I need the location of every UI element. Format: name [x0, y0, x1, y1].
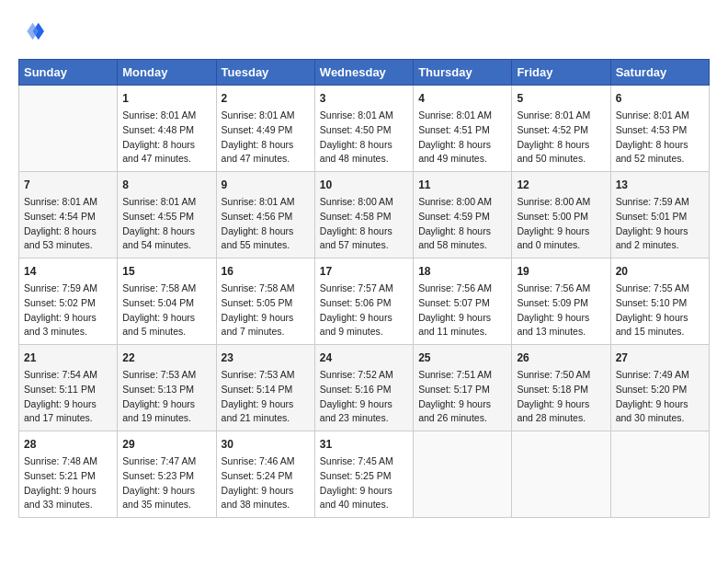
day-info: Sunrise: 8:00 AMSunset: 4:58 PMDaylight:… — [320, 195, 408, 253]
day-header-monday: Monday — [118, 60, 216, 86]
calendar-cell: 6Sunrise: 8:01 AMSunset: 4:53 PMDaylight… — [610, 86, 709, 172]
day-number: 7 — [24, 177, 112, 193]
day-info: Sunrise: 7:57 AMSunset: 5:06 PMDaylight:… — [320, 282, 408, 339]
day-number: 24 — [320, 350, 408, 366]
calendar-cell: 27Sunrise: 7:49 AMSunset: 5:20 PMDayligh… — [610, 345, 709, 431]
calendar-cell: 19Sunrise: 7:56 AMSunset: 5:09 PMDayligh… — [512, 259, 610, 345]
day-info: Sunrise: 7:55 AMSunset: 5:10 PMDaylight:… — [616, 282, 704, 339]
day-info: Sunrise: 8:01 AMSunset: 4:51 PMDaylight:… — [418, 109, 506, 167]
calendar-cell: 15Sunrise: 7:58 AMSunset: 5:04 PMDayligh… — [118, 259, 216, 345]
day-number: 15 — [122, 263, 210, 280]
day-info: Sunrise: 7:58 AMSunset: 5:04 PMDaylight:… — [122, 282, 210, 339]
day-number: 6 — [616, 90, 704, 107]
day-info: Sunrise: 7:56 AMSunset: 5:09 PMDaylight:… — [517, 282, 605, 339]
day-number: 18 — [418, 263, 506, 280]
svg-marker-1 — [27, 23, 38, 40]
calendar-cell: 7Sunrise: 8:01 AMSunset: 4:54 PMDaylight… — [19, 172, 118, 259]
day-number: 14 — [24, 263, 112, 280]
day-info: Sunrise: 7:46 AMSunset: 5:24 PMDaylight:… — [222, 454, 310, 512]
calendar-cell: 31Sunrise: 7:45 AMSunset: 5:25 PMDayligh… — [314, 431, 413, 518]
day-info: Sunrise: 8:01 AMSunset: 4:53 PMDaylight:… — [616, 109, 704, 167]
day-info: Sunrise: 7:59 AMSunset: 5:02 PMDaylight:… — [24, 282, 112, 339]
calendar-cell: 26Sunrise: 7:50 AMSunset: 5:18 PMDayligh… — [512, 345, 610, 431]
calendar-cell — [414, 431, 512, 518]
day-info: Sunrise: 8:01 AMSunset: 4:49 PMDaylight:… — [222, 109, 310, 167]
day-number: 10 — [320, 177, 408, 193]
logo — [18, 18, 48, 44]
calendar-cell — [512, 431, 610, 518]
day-number: 20 — [616, 263, 704, 280]
day-info: Sunrise: 7:45 AMSunset: 5:25 PMDaylight:… — [320, 454, 408, 512]
day-header-wednesday: Wednesday — [314, 60, 413, 86]
day-info: Sunrise: 7:56 AMSunset: 5:07 PMDaylight:… — [418, 282, 506, 339]
day-info: Sunrise: 8:01 AMSunset: 4:56 PMDaylight:… — [222, 195, 310, 253]
day-info: Sunrise: 8:01 AMSunset: 4:50 PMDaylight:… — [320, 109, 408, 167]
calendar-cell: 29Sunrise: 7:47 AMSunset: 5:23 PMDayligh… — [118, 431, 216, 518]
day-number: 21 — [24, 350, 112, 366]
day-number: 5 — [517, 90, 605, 107]
day-header-saturday: Saturday — [610, 60, 709, 86]
calendar-week-5: 28Sunrise: 7:48 AMSunset: 5:21 PMDayligh… — [19, 431, 710, 518]
calendar-cell: 24Sunrise: 7:52 AMSunset: 5:16 PMDayligh… — [314, 345, 413, 431]
day-info: Sunrise: 8:01 AMSunset: 4:52 PMDaylight:… — [517, 109, 605, 167]
day-info: Sunrise: 8:01 AMSunset: 4:48 PMDaylight:… — [122, 109, 210, 167]
day-header-tuesday: Tuesday — [216, 60, 314, 86]
day-number: 27 — [616, 350, 704, 366]
day-number: 11 — [418, 177, 506, 193]
calendar-header-row: SundayMondayTuesdayWednesdayThursdayFrid… — [19, 60, 710, 86]
calendar-cell: 22Sunrise: 7:53 AMSunset: 5:13 PMDayligh… — [118, 345, 216, 431]
day-info: Sunrise: 7:47 AMSunset: 5:23 PMDaylight:… — [122, 454, 210, 512]
calendar-week-4: 21Sunrise: 7:54 AMSunset: 5:11 PMDayligh… — [19, 345, 710, 431]
calendar-cell — [19, 86, 118, 172]
calendar-cell: 20Sunrise: 7:55 AMSunset: 5:10 PMDayligh… — [610, 259, 709, 345]
day-number: 29 — [122, 436, 210, 453]
day-number: 25 — [418, 350, 506, 366]
calendar-cell: 4Sunrise: 8:01 AMSunset: 4:51 PMDaylight… — [414, 86, 512, 172]
calendar-table: SundayMondayTuesdayWednesdayThursdayFrid… — [18, 59, 710, 518]
calendar-cell: 30Sunrise: 7:46 AMSunset: 5:24 PMDayligh… — [216, 431, 314, 518]
day-number: 23 — [222, 350, 310, 366]
page-header — [18, 18, 710, 44]
day-info: Sunrise: 8:01 AMSunset: 4:55 PMDaylight:… — [122, 195, 210, 253]
calendar-cell: 21Sunrise: 7:54 AMSunset: 5:11 PMDayligh… — [19, 345, 118, 431]
day-number: 17 — [320, 263, 408, 280]
day-number: 31 — [320, 436, 408, 453]
calendar-week-2: 7Sunrise: 8:01 AMSunset: 4:54 PMDaylight… — [19, 172, 710, 259]
day-number: 2 — [222, 90, 310, 107]
day-info: Sunrise: 7:58 AMSunset: 5:05 PMDaylight:… — [222, 282, 310, 339]
day-info: Sunrise: 7:52 AMSunset: 5:16 PMDaylight:… — [320, 368, 408, 426]
day-number: 22 — [122, 350, 210, 366]
calendar-cell: 3Sunrise: 8:01 AMSunset: 4:50 PMDaylight… — [314, 86, 413, 172]
calendar-cell: 18Sunrise: 7:56 AMSunset: 5:07 PMDayligh… — [414, 259, 512, 345]
calendar-cell: 11Sunrise: 8:00 AMSunset: 4:59 PMDayligh… — [414, 172, 512, 259]
day-info: Sunrise: 7:54 AMSunset: 5:11 PMDaylight:… — [24, 368, 112, 426]
calendar-cell — [610, 431, 709, 518]
day-info: Sunrise: 8:01 AMSunset: 4:54 PMDaylight:… — [24, 195, 112, 253]
calendar-cell: 28Sunrise: 7:48 AMSunset: 5:21 PMDayligh… — [19, 431, 118, 518]
day-number: 19 — [517, 263, 605, 280]
day-info: Sunrise: 7:53 AMSunset: 5:14 PMDaylight:… — [222, 368, 310, 426]
day-number: 8 — [122, 177, 210, 193]
day-number: 13 — [616, 177, 704, 193]
calendar-cell: 17Sunrise: 7:57 AMSunset: 5:06 PMDayligh… — [314, 259, 413, 345]
calendar-cell: 23Sunrise: 7:53 AMSunset: 5:14 PMDayligh… — [216, 345, 314, 431]
calendar-cell: 13Sunrise: 7:59 AMSunset: 5:01 PMDayligh… — [610, 172, 709, 259]
day-info: Sunrise: 7:49 AMSunset: 5:20 PMDaylight:… — [616, 368, 704, 426]
day-info: Sunrise: 8:00 AMSunset: 4:59 PMDaylight:… — [418, 195, 506, 253]
day-info: Sunrise: 7:50 AMSunset: 5:18 PMDaylight:… — [517, 368, 605, 426]
day-number: 4 — [418, 90, 506, 107]
calendar-week-1: 1Sunrise: 8:01 AMSunset: 4:48 PMDaylight… — [19, 86, 710, 172]
day-number: 28 — [24, 436, 112, 453]
calendar-cell: 2Sunrise: 8:01 AMSunset: 4:49 PMDaylight… — [216, 86, 314, 172]
logo-icon — [18, 18, 44, 44]
calendar-cell: 9Sunrise: 8:01 AMSunset: 4:56 PMDaylight… — [216, 172, 314, 259]
day-number: 9 — [222, 177, 310, 193]
day-info: Sunrise: 7:51 AMSunset: 5:17 PMDaylight:… — [418, 368, 506, 426]
day-header-friday: Friday — [512, 60, 610, 86]
day-header-thursday: Thursday — [414, 60, 512, 86]
day-number: 12 — [517, 177, 605, 193]
calendar-cell: 25Sunrise: 7:51 AMSunset: 5:17 PMDayligh… — [414, 345, 512, 431]
calendar-cell: 8Sunrise: 8:01 AMSunset: 4:55 PMDaylight… — [118, 172, 216, 259]
day-info: Sunrise: 7:48 AMSunset: 5:21 PMDaylight:… — [24, 454, 112, 512]
calendar-cell: 5Sunrise: 8:01 AMSunset: 4:52 PMDaylight… — [512, 86, 610, 172]
